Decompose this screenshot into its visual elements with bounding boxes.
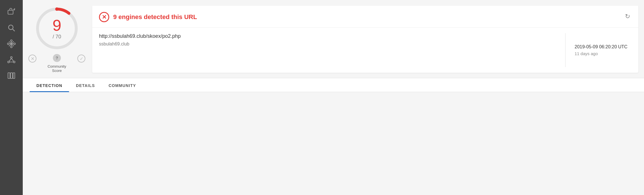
detection-body: http://ssbulah69.club/skoex/po2.php ssbu…: [92, 28, 638, 73]
timestamp: 2019-05-09 06:20:20 UTC: [575, 44, 631, 49]
tab-detection[interactable]: DETECTION: [30, 78, 69, 92]
svg-line-18: [12, 42, 14, 43]
community-question-mark: ?: [53, 54, 61, 62]
refresh-button[interactable]: ↻: [622, 11, 633, 22]
gauge-circle: 9 / 70: [34, 6, 80, 51]
tabs-row: DETECTION DETAILS COMMUNITY: [23, 78, 644, 92]
time-divider: [565, 33, 565, 67]
svg-line-23: [11, 58, 14, 61]
gauge-dot: [55, 7, 59, 11]
svg-line-22: [9, 58, 11, 61]
sidebar-item-graph[interactable]: [3, 52, 20, 67]
detection-header: ✕ 9 engines detected this URL ↻: [92, 6, 638, 28]
tab-details[interactable]: DETAILS: [69, 78, 102, 92]
svg-line-17: [9, 45, 11, 46]
sidebar-item-files[interactable]: [3, 68, 20, 83]
svg-rect-25: [8, 73, 10, 78]
tab-community[interactable]: COMMUNITY: [102, 78, 143, 92]
domain-text: ssbulah69.club: [99, 42, 556, 47]
sidebar: [0, 0, 23, 195]
svg-line-16: [12, 45, 14, 46]
community-x-icon: ✕: [28, 55, 36, 63]
gauge-number: 9: [52, 17, 61, 33]
url-info: http://ssbulah69.club/skoex/po2.php ssbu…: [99, 33, 556, 67]
community-score: ✕ ? ✓ CommunityScore: [28, 54, 85, 73]
community-check-icon: ✓: [77, 55, 85, 63]
gauge-denominator: / 70: [52, 34, 61, 40]
top-section: 9 / 70 ✕ ? ✓ CommunityScore: [23, 0, 644, 76]
svg-rect-0: [8, 10, 13, 14]
svg-point-7: [7, 43, 9, 45]
community-bar-row: ✕ ? ✓: [28, 54, 85, 63]
sidebar-item-network[interactable]: [3, 36, 20, 51]
time-info: 2019-05-09 06:20:20 UTC 11 days ago: [575, 33, 631, 67]
error-x-symbol: ✕: [102, 14, 107, 20]
url-text: http://ssbulah69.club/skoex/po2.php: [99, 33, 556, 39]
gauge-inner: 9 / 70: [52, 17, 61, 40]
gauge-container: 9 / 70 ✕ ? ✓ CommunityScore: [28, 6, 85, 73]
svg-rect-27: [13, 73, 15, 78]
sidebar-item-scan[interactable]: [3, 5, 20, 19]
time-ago: 11 days ago: [575, 51, 631, 56]
detection-title: 9 engines detected this URL: [113, 13, 197, 21]
main-content: 9 / 70 ✕ ? ✓ CommunityScore: [23, 0, 644, 195]
community-label: CommunityScore: [48, 64, 66, 73]
svg-rect-26: [11, 73, 13, 78]
svg-line-3: [14, 10, 14, 10]
tabs-section: DETECTION DETAILS COMMUNITY: [23, 78, 644, 92]
error-circle-icon: ✕: [99, 12, 109, 22]
detection-panel: ✕ 9 engines detected this URL ↻ http://s…: [92, 6, 638, 73]
svg-line-5: [13, 29, 15, 31]
svg-line-2: [14, 9, 15, 10]
sidebar-item-search[interactable]: [3, 20, 20, 35]
svg-line-15: [9, 42, 11, 43]
